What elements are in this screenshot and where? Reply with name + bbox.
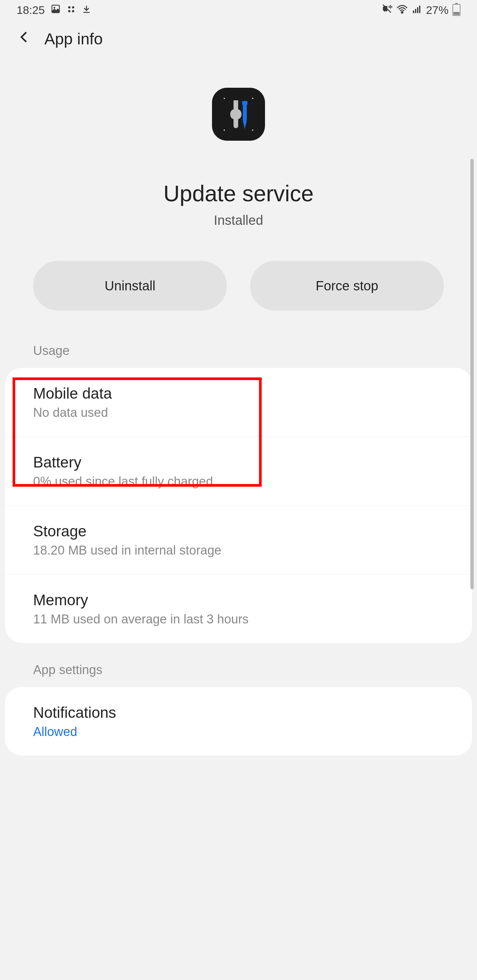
app-icon [212, 88, 265, 141]
svg-rect-11 [243, 103, 247, 121]
svg-rect-12 [242, 101, 247, 105]
storage-title: Storage [33, 522, 444, 540]
signal-icon [412, 4, 422, 17]
svg-rect-4 [415, 9, 416, 13]
wifi-icon [396, 4, 408, 17]
image-icon [51, 4, 61, 17]
app-status: Installed [214, 213, 263, 228]
storage-item[interactable]: Storage 18.20 MB used in internal storag… [5, 506, 472, 574]
svg-point-9 [223, 129, 225, 131]
highlight-annotation [13, 377, 262, 487]
scrollbar-track[interactable] [471, 159, 474, 589]
notifications-item[interactable]: Notifications Allowed [5, 687, 472, 756]
app-summary: Update service Installed [0, 55, 477, 241]
download-icon [82, 4, 91, 17]
app-settings-section-label: App settings [0, 643, 477, 687]
svg-rect-3 [413, 11, 414, 13]
usage-section-label: Usage [0, 324, 477, 368]
status-left: 18:25 [17, 4, 91, 17]
notifications-subtitle: Allowed [33, 725, 444, 739]
notifications-title: Notifications [33, 703, 444, 721]
svg-point-7 [223, 98, 225, 99]
uninstall-button[interactable]: Uninstall [33, 261, 227, 310]
app-settings-card: Notifications Allowed [5, 687, 472, 756]
fan-icon [67, 4, 76, 17]
memory-item[interactable]: Memory 11 MB used on average in last 3 h… [5, 574, 472, 643]
status-bar: 18:25 27% [0, 0, 477, 20]
svg-rect-5 [417, 7, 418, 13]
app-name: Update service [163, 180, 314, 206]
svg-point-2 [402, 11, 403, 13]
svg-rect-6 [419, 6, 420, 13]
svg-point-1 [54, 6, 55, 8]
battery-percent: 27% [426, 4, 448, 17]
force-stop-button[interactable]: Force stop [250, 261, 444, 310]
svg-point-8 [252, 98, 254, 99]
storage-subtitle: 18.20 MB used in internal storage [33, 543, 444, 558]
action-buttons: Uninstall Force stop [0, 241, 477, 324]
status-right: 27% [381, 3, 460, 17]
back-button[interactable] [17, 30, 31, 48]
page-title: App info [45, 30, 103, 48]
memory-title: Memory [33, 591, 444, 609]
svg-point-10 [252, 129, 254, 131]
battery-icon [453, 4, 460, 16]
header: App info [0, 20, 477, 55]
memory-subtitle: 11 MB used on average in last 3 hours [33, 612, 444, 627]
status-time: 18:25 [17, 4, 45, 17]
vibrate-icon [381, 3, 392, 17]
